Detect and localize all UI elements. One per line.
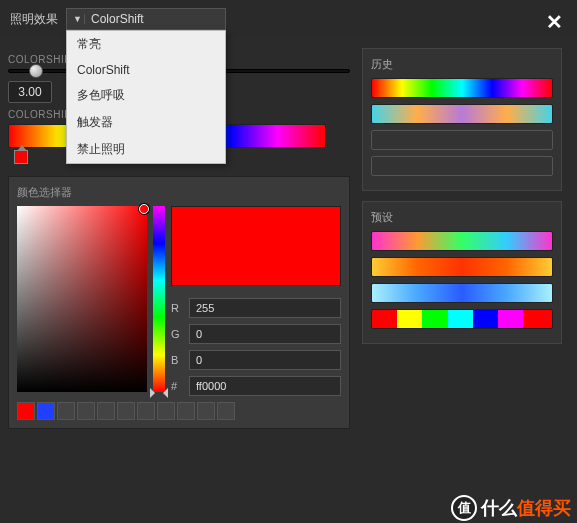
presets-section: 预设: [362, 201, 562, 344]
color-swatch[interactable]: [137, 402, 155, 420]
color-picker-panel: 颜色选择器 R G B #: [8, 176, 350, 429]
color-swatch[interactable]: [157, 402, 175, 420]
dropdown-item[interactable]: 触发器: [67, 109, 225, 136]
lighting-effect-label: 照明效果: [10, 11, 58, 28]
color-swatch[interactable]: [177, 402, 195, 420]
watermark: 值 什么值得买: [451, 495, 571, 521]
hue-thumb-icon[interactable]: [150, 388, 155, 398]
hex-input[interactable]: [189, 376, 341, 396]
history-slot-empty[interactable]: [371, 130, 553, 150]
preset-item[interactable]: [371, 257, 553, 277]
history-title: 历史: [371, 57, 553, 72]
b-label: B: [171, 354, 183, 366]
r-label: R: [171, 302, 183, 314]
color-swatch[interactable]: [117, 402, 135, 420]
history-slot-empty[interactable]: [371, 156, 553, 176]
dropdown-item[interactable]: ColorShift: [67, 58, 225, 82]
hue-slider[interactable]: [153, 206, 165, 392]
g-input[interactable]: [189, 324, 341, 344]
sv-cursor-icon[interactable]: [139, 204, 149, 214]
color-swatch[interactable]: [97, 402, 115, 420]
color-swatch[interactable]: [217, 402, 235, 420]
dropdown-item[interactable]: 常亮: [67, 31, 225, 58]
color-swatch[interactable]: [37, 402, 55, 420]
r-input[interactable]: [189, 298, 341, 318]
color-swatch[interactable]: [77, 402, 95, 420]
color-swatch[interactable]: [57, 402, 75, 420]
dropdown-item[interactable]: 禁止照明: [67, 136, 225, 163]
speed-value[interactable]: 3.00: [8, 81, 52, 103]
presets-title: 预设: [371, 210, 553, 225]
close-icon[interactable]: ✕: [546, 10, 563, 34]
picker-title: 颜色选择器: [17, 185, 341, 200]
color-swatch[interactable]: [197, 402, 215, 420]
gradient-stop[interactable]: [14, 150, 28, 164]
history-section: 历史: [362, 48, 562, 191]
dropdown-selected: ColorShift: [91, 12, 144, 26]
color-swatch[interactable]: [17, 402, 35, 420]
preset-item[interactable]: [371, 231, 553, 251]
chevron-down-icon: ▼: [71, 14, 85, 24]
watermark-icon: 值: [451, 495, 477, 521]
hue-thumb-icon[interactable]: [163, 388, 168, 398]
effect-dropdown[interactable]: ▼ ColorShift 常亮ColorShift多色呼吸触发器禁止照明: [66, 8, 226, 30]
slider-thumb-icon[interactable]: [29, 64, 43, 78]
history-item[interactable]: [371, 104, 553, 124]
preset-item[interactable]: [371, 309, 553, 329]
hex-label: #: [171, 380, 183, 392]
color-preview: [171, 206, 341, 286]
sv-picker[interactable]: [17, 206, 147, 392]
b-input[interactable]: [189, 350, 341, 370]
history-item[interactable]: [371, 78, 553, 98]
dropdown-item[interactable]: 多色呼吸: [67, 82, 225, 109]
g-label: G: [171, 328, 183, 340]
preset-item[interactable]: [371, 283, 553, 303]
